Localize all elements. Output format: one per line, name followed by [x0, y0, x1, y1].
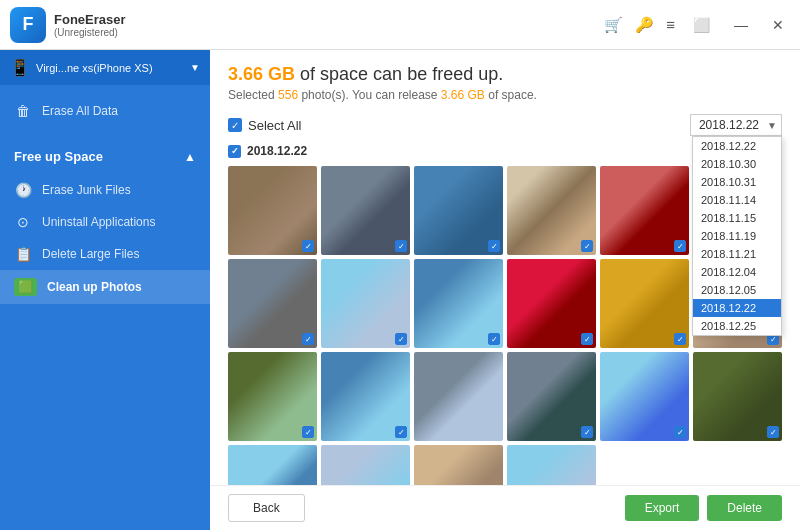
delete-button[interactable]: Delete — [707, 495, 782, 521]
dropdown-item-8[interactable]: 2018.12.05 — [693, 281, 781, 299]
collapse-icon[interactable]: ▲ — [184, 150, 196, 164]
key-icon[interactable]: 🔑 — [635, 16, 654, 34]
delete-large-label: Delete Large Files — [42, 247, 139, 261]
dropdown-item-1[interactable]: 2018.10.30 — [693, 155, 781, 173]
selected-count: 556 — [278, 88, 298, 102]
photo-thumb-16[interactable]: ✓ — [507, 352, 596, 441]
photo-check-11[interactable]: ✓ — [674, 333, 686, 345]
export-button[interactable]: Export — [625, 495, 700, 521]
photo-thumb-5[interactable]: ✓ — [600, 166, 689, 255]
photo-thumb-7[interactable]: ✓ — [228, 259, 317, 348]
dropdown-item-9[interactable]: 2018.12.22 — [693, 299, 781, 317]
date-dropdown-button[interactable]: 2018.12.22 ▼ — [690, 114, 782, 136]
photo-thumb-21[interactable]: ✓ — [414, 445, 503, 485]
subtitle-prefix: Selected — [228, 88, 278, 102]
sidebar-item-delete-large[interactable]: 📋 Delete Large Files — [0, 238, 210, 270]
photo-thumb-3[interactable]: ✓ — [414, 166, 503, 255]
photo-thumb-20[interactable]: ✓ — [321, 445, 410, 485]
restore-icon[interactable]: ⬜ — [687, 15, 716, 35]
footer-actions: Export Delete — [625, 495, 782, 521]
photo-thumb-10[interactable]: ✓ — [507, 259, 596, 348]
date-group-checkbox[interactable]: ✓ — [228, 145, 241, 158]
photo-thumb-22[interactable]: ✓ — [507, 445, 596, 485]
photo-thumb-18[interactable]: ✓ — [693, 352, 782, 441]
select-all-label: Select All — [248, 118, 301, 133]
erase-all-label: Erase All Data — [42, 104, 118, 118]
photo-thumb-19[interactable]: ✓ — [228, 445, 317, 485]
dropdown-item-5[interactable]: 2018.11.19 — [693, 227, 781, 245]
sidebar-item-erase-junk[interactable]: 🕐 Erase Junk Files — [0, 174, 210, 206]
app-name-block: FoneEraser (Unregistered) — [54, 12, 126, 38]
date-dropdown-value: 2018.12.22 — [699, 118, 759, 132]
photo-thumb-8[interactable]: ✓ — [321, 259, 410, 348]
subtitle-suffix: of space. — [485, 88, 537, 102]
dropdown-item-0[interactable]: 2018.12.22 — [693, 137, 781, 155]
date-dropdown-menu: 2018.12.22 2018.10.30 2018.10.31 2018.11… — [692, 136, 782, 336]
content-area: 3.66 GB of space can be freed up. Select… — [210, 50, 800, 530]
free-up-space-header: Free up Space ▲ — [0, 141, 210, 172]
photo-check-13[interactable]: ✓ — [302, 426, 314, 438]
space-text-after: of space can be freed up. — [300, 64, 503, 84]
photo-check-10[interactable]: ✓ — [581, 333, 593, 345]
photo-check-3[interactable]: ✓ — [488, 240, 500, 252]
photo-thumb-11[interactable]: ✓ — [600, 259, 689, 348]
dropdown-item-10[interactable]: 2018.12.25 — [693, 317, 781, 335]
space-subtitle: Selected 556 photo(s). You can release 3… — [228, 88, 782, 102]
erase-all-icon: 🗑 — [14, 103, 32, 119]
junk-icon: 🕐 — [14, 182, 32, 198]
device-arrow-icon: ▼ — [190, 62, 200, 73]
photo-check-9[interactable]: ✓ — [488, 333, 500, 345]
photo-check-17[interactable]: ✓ — [674, 426, 686, 438]
date-dropdown-wrapper: 2018.12.22 ▼ 2018.12.22 2018.10.30 2018.… — [690, 114, 782, 136]
sidebar-item-clean-photos[interactable]: 🟩 Clean up Photos — [0, 270, 210, 304]
photo-check-16[interactable]: ✓ — [581, 426, 593, 438]
content-header: 3.66 GB of space can be freed up. Select… — [210, 50, 800, 110]
menu-icon[interactable]: ≡ — [666, 16, 675, 33]
checkbox-icon: ✓ — [228, 118, 242, 132]
photo-check-7[interactable]: ✓ — [302, 333, 314, 345]
subtitle-mid: photo(s). You can release — [298, 88, 441, 102]
close-icon[interactable]: ✕ — [766, 15, 790, 35]
release-amount: 3.66 GB — [441, 88, 485, 102]
cart-icon[interactable]: 🛒 — [604, 16, 623, 34]
photo-check-5[interactable]: ✓ — [674, 240, 686, 252]
sidebar-item-uninstall-apps[interactable]: ⊙ Uninstall Applications — [0, 206, 210, 238]
device-selector[interactable]: 📱 Virgi...ne xs(iPhone XS) ▼ — [0, 50, 210, 85]
photo-check-18[interactable]: ✓ — [767, 426, 779, 438]
photo-check-8[interactable]: ✓ — [395, 333, 407, 345]
minimize-icon[interactable]: — — [728, 15, 754, 35]
dropdown-item-2[interactable]: 2018.10.31 — [693, 173, 781, 191]
sidebar-subsection: 🕐 Erase Junk Files ⊙ Uninstall Applicati… — [0, 172, 210, 306]
device-name: Virgi...ne xs(iPhone XS) — [36, 62, 184, 74]
large-files-icon: 📋 — [14, 246, 32, 262]
erase-junk-label: Erase Junk Files — [42, 183, 131, 197]
photo-thumb-4[interactable]: ✓ — [507, 166, 596, 255]
photo-thumb-17[interactable]: ✓ — [600, 352, 689, 441]
free-up-space-section: Free up Space ▲ 🕐 Erase Junk Files ⊙ Uni… — [0, 131, 210, 306]
photo-check-1[interactable]: ✓ — [302, 240, 314, 252]
space-title: 3.66 GB of space can be freed up. — [228, 64, 782, 85]
photo-check-2[interactable]: ✓ — [395, 240, 407, 252]
content-footer: Back Export Delete — [210, 485, 800, 530]
photo-thumb-1[interactable]: ✓ — [228, 166, 317, 255]
back-button[interactable]: Back — [228, 494, 305, 522]
sidebar-item-erase-all[interactable]: 🗑 Erase All Data — [0, 95, 210, 127]
photo-thumb-15[interactable] — [414, 352, 503, 441]
photo-thumb-9[interactable]: ✓ — [414, 259, 503, 348]
photo-check-14[interactable]: ✓ — [395, 426, 407, 438]
dropdown-item-7[interactable]: 2018.12.04 — [693, 263, 781, 281]
photo-thumb-13[interactable]: ✓ — [228, 352, 317, 441]
photo-thumb-2[interactable]: ✓ — [321, 166, 410, 255]
space-amount: 3.66 GB — [228, 64, 295, 84]
sidebar: 📱 Virgi...ne xs(iPhone XS) ▼ 🗑 Erase All… — [0, 50, 210, 530]
clean-photos-label: Clean up Photos — [47, 280, 142, 294]
photo-check-4[interactable]: ✓ — [581, 240, 593, 252]
date-group-label: 2018.12.22 — [247, 144, 307, 158]
uninstall-apps-label: Uninstall Applications — [42, 215, 155, 229]
select-all-checkbox[interactable]: ✓ Select All — [228, 118, 301, 133]
free-up-space-title: Free up Space — [14, 149, 103, 164]
dropdown-item-3[interactable]: 2018.11.14 — [693, 191, 781, 209]
photo-thumb-14[interactable]: ✓ — [321, 352, 410, 441]
dropdown-item-4[interactable]: 2018.11.15 — [693, 209, 781, 227]
dropdown-item-6[interactable]: 2018.11.21 — [693, 245, 781, 263]
